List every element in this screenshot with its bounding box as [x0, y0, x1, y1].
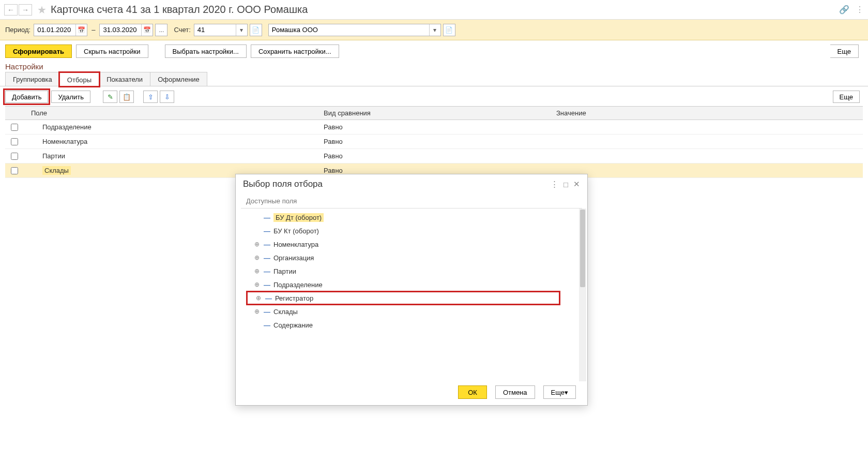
cell-compare: Равно: [324, 152, 556, 160]
tab-format[interactable]: Оформление: [150, 72, 207, 86]
filter-grid: Поле Вид сравнения Значение Подразделени…: [5, 106, 863, 178]
page-title: Карточка счета 41 за 1 квартал 2020 г. О…: [51, 4, 308, 16]
col-field-header[interactable]: Поле: [24, 109, 324, 117]
tab-indicators[interactable]: Показатели: [99, 72, 150, 86]
grid-toolbar: Добавить Удалить ✎ 📋 ⇧ ⇩ Еще: [0, 86, 868, 106]
row-checkbox[interactable]: [11, 153, 18, 160]
table-row[interactable]: Партии Равно: [5, 149, 863, 163]
calendar-icon[interactable]: 📅: [75, 24, 87, 36]
cell-compare: Равно: [324, 123, 556, 131]
cell-field: Партии: [24, 152, 324, 160]
hide-settings-button[interactable]: Скрыть настройки: [76, 44, 148, 58]
titlebar: ← → ★ Карточка счета 41 за 1 квартал 202…: [0, 0, 868, 20]
date-to-input[interactable]: [100, 24, 141, 36]
calendar-icon[interactable]: 📅: [141, 24, 153, 36]
account-label: Счет:: [174, 26, 190, 34]
edit-icon[interactable]: ✎: [103, 91, 117, 103]
move-up-icon[interactable]: ⇧: [143, 91, 158, 103]
nav-forward-button[interactable]: →: [19, 4, 32, 16]
filter-bar: Период: 📅 – 📅 ... Счет: ▾ 📄 ▾ 📄: [0, 20, 868, 40]
date-dash: –: [92, 26, 95, 34]
copy-icon[interactable]: 📋: [119, 91, 134, 103]
form-button[interactable]: Сформировать: [5, 44, 72, 58]
col-value-header[interactable]: Значение: [556, 109, 863, 117]
add-button[interactable]: Добавить: [5, 91, 48, 103]
tab-filters[interactable]: Отборы: [59, 72, 99, 86]
dropdown-icon[interactable]: ▾: [429, 24, 440, 36]
grid-header: Поле Вид сравнения Значение: [5, 107, 863, 120]
organization-open-button[interactable]: 📄: [443, 24, 455, 36]
link-icon[interactable]: 🔗: [839, 5, 849, 14]
col-compare-header[interactable]: Вид сравнения: [324, 109, 556, 117]
row-checkbox[interactable]: [11, 124, 18, 131]
kebab-menu-icon[interactable]: ⋮: [856, 5, 864, 14]
dropdown-icon[interactable]: ▾: [236, 24, 247, 36]
settings-heading: Настройки: [0, 60, 868, 72]
move-down-icon[interactable]: ⇩: [160, 91, 174, 103]
delete-button[interactable]: Удалить: [51, 91, 90, 103]
period-picker-button[interactable]: ...: [155, 24, 167, 36]
date-from-input[interactable]: [34, 24, 75, 36]
account-input[interactable]: [194, 24, 236, 36]
row-checkbox[interactable]: [11, 138, 18, 145]
choose-settings-button[interactable]: Выбрать настройки...: [165, 44, 247, 58]
toolbar-more-button[interactable]: Еще: [830, 44, 859, 58]
cell-field: Подразделение: [24, 123, 324, 131]
organization-input[interactable]: [269, 24, 429, 36]
cell-compare: Равно: [324, 167, 556, 174]
grid-more-button[interactable]: Еще: [833, 91, 860, 103]
nav-back-button[interactable]: ←: [4, 4, 18, 16]
tab-grouping[interactable]: Группировка: [5, 72, 60, 86]
settings-tabs: Группировка Отборы Показатели Оформление: [0, 72, 868, 86]
row-checkbox[interactable]: [11, 167, 18, 174]
period-label: Период:: [5, 26, 31, 34]
cell-field: Номенклатура: [24, 138, 324, 145]
cell-field: Склады: [42, 166, 71, 175]
field-selection-dialog: Выбор поля отбора ⋮ □ ✕ Доступные поля —…: [235, 174, 588, 178]
account-open-button[interactable]: 📄: [250, 24, 262, 36]
table-row[interactable]: Подразделение Равно: [5, 120, 863, 135]
table-row[interactable]: Номенклатура Равно: [5, 135, 863, 149]
cell-compare: Равно: [324, 138, 556, 145]
save-settings-button[interactable]: Сохранить настройки...: [251, 44, 339, 58]
main-toolbar: Сформировать Скрыть настройки Выбрать на…: [0, 40, 868, 60]
favorite-star-icon[interactable]: ★: [37, 4, 47, 16]
